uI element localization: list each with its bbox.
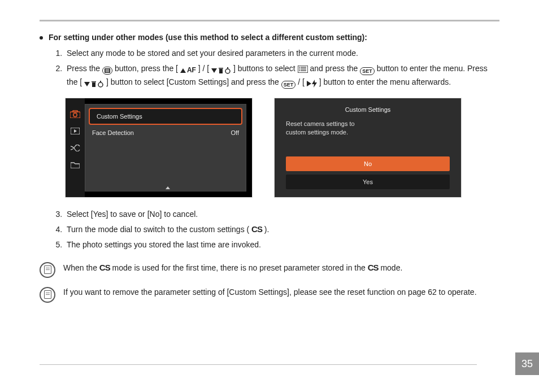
shuffle-tab-icon <box>69 143 81 153</box>
menu-panel: Custom Settings Face Detection Off <box>85 104 246 191</box>
bottom-rule <box>40 364 477 365</box>
note-2-text: If you want to remove the parameter sett… <box>63 286 477 298</box>
step-5-text: The photo settings you stored the last t… <box>67 240 261 249</box>
menu-row-value: Off <box>231 129 239 136</box>
svg-rect-2 <box>106 70 110 71</box>
note-2: If you want to remove the parameter sett… <box>40 286 499 303</box>
svg-rect-3 <box>106 71 110 72</box>
step-4-text: Turn the mode dial to switch to the cust… <box>67 225 251 234</box>
camera-menu-screenshot: Custom Settings Face Detection Off <box>66 98 252 197</box>
note-1: When the CS mode is used for the first t… <box>40 261 499 278</box>
step-1-text: Select any mode to be stored and set you… <box>67 49 358 58</box>
folder-tab-icon <box>69 160 81 169</box>
step-2-text: / [ <box>298 77 307 86</box>
svg-rect-9 <box>299 67 300 67</box>
list-menu-icon <box>298 64 308 73</box>
step-2-text: ] button to select [Custom Settings] and… <box>106 77 281 86</box>
up-indicator-icon <box>166 186 170 189</box>
dialog-option-yes: Yes <box>286 175 450 189</box>
svg-point-21 <box>73 113 77 116</box>
screenshots-row: Custom Settings Face Detection Off Custo… <box>66 98 499 197</box>
svg-rect-12 <box>301 68 306 69</box>
menu-row-custom-settings: Custom Settings <box>89 108 242 125</box>
down-trash-timer-icon <box>211 66 231 75</box>
heading-text: For setting under other modes (use this … <box>49 33 367 42</box>
bullet-icon <box>40 36 43 40</box>
step-2-text: button, press the [ <box>115 64 180 73</box>
svg-rect-22 <box>73 110 77 112</box>
svg-marker-24 <box>74 129 77 133</box>
dialog-title: Custom Settings <box>286 106 450 113</box>
camera-confirm-screenshot: Custom Settings Reset camera settings to… <box>275 98 461 197</box>
svg-rect-5 <box>219 68 223 69</box>
menu-row-label: Custom Settings <box>97 113 142 120</box>
dialog-option-no: No <box>286 156 450 171</box>
page-number: 35 <box>515 352 539 375</box>
top-rule <box>40 20 499 21</box>
svg-marker-19 <box>312 80 317 88</box>
svg-rect-15 <box>92 82 95 87</box>
svg-rect-11 <box>299 68 300 69</box>
menu-button-icon <box>102 67 112 75</box>
down-trash-timer-icon <box>84 80 104 89</box>
svg-point-6 <box>225 69 230 73</box>
right-flash-icon <box>307 79 317 88</box>
svg-rect-18 <box>100 81 101 82</box>
camera-tab-icon <box>69 110 81 119</box>
section-heading: For setting under other modes (use this … <box>40 33 499 42</box>
steps-list: Select any mode to be stored and set you… <box>40 46 499 89</box>
menu-row-label: Face Detection <box>92 129 134 136</box>
cs-mode-icon: CS <box>99 263 110 272</box>
dialog-message: Reset camera settings to custom settings… <box>286 120 450 137</box>
up-af-icon: AF <box>180 66 196 75</box>
note-1-text: When the CS mode is used for the first t… <box>63 261 402 275</box>
svg-rect-10 <box>301 67 306 67</box>
step-3: Select [Yes] to save or [No] to cancel. <box>64 207 499 221</box>
steps-list-continued: Select [Yes] to save or [No] to cancel. … <box>40 207 499 252</box>
svg-rect-7 <box>227 67 228 68</box>
svg-rect-1 <box>106 69 110 69</box>
svg-rect-4 <box>219 69 223 73</box>
note-icon <box>40 287 55 303</box>
note-icon <box>40 262 55 278</box>
step-2-text: ] button to enter the menu afterwards. <box>319 77 451 86</box>
set-button-icon: SET <box>360 67 375 75</box>
menu-row-face-detection: Face Detection Off <box>85 125 246 141</box>
step-2-text: Press the <box>67 64 102 73</box>
menu-side-tabs <box>66 98 85 197</box>
step-2-text: and press the <box>310 64 360 73</box>
set-button-icon: SET <box>281 81 296 89</box>
cs-mode-icon: CS <box>251 224 262 234</box>
svg-rect-14 <box>301 70 306 71</box>
playback-tab-icon <box>69 127 81 136</box>
step-4-text: ). <box>264 225 270 234</box>
step-4: Turn the mode dial to switch to the cust… <box>64 222 499 237</box>
svg-rect-13 <box>299 70 300 71</box>
cs-mode-icon: CS <box>368 263 379 272</box>
step-2-text: ] / [ <box>198 64 211 73</box>
step-3-text: Select [Yes] to save or [No] to cancel. <box>67 210 198 219</box>
step-1: Select any mode to be stored and set you… <box>64 46 499 60</box>
step-5: The photo settings you stored the last t… <box>64 238 499 252</box>
svg-point-17 <box>98 82 103 87</box>
step-2: Press the button, press the [ AF ] / [ ]… <box>64 62 499 89</box>
step-2-text: ] buttons to select <box>233 64 298 73</box>
svg-rect-16 <box>92 81 96 82</box>
